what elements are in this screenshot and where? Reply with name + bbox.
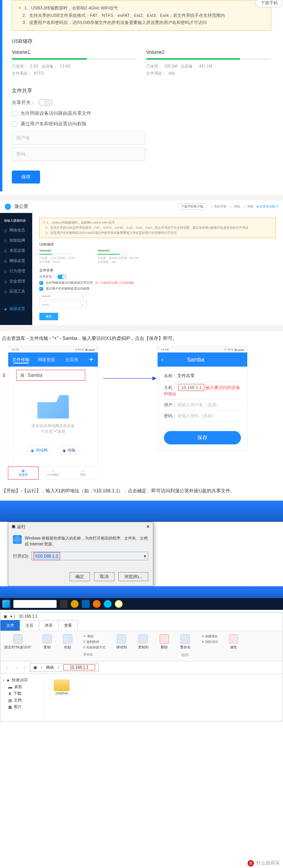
auth-label: 通过用户名和密码设置访问权限 (20, 121, 86, 127)
chrome-icon[interactable] (115, 600, 123, 608)
start-icon[interactable] (2, 600, 10, 608)
samba-header: ‹ Samba (158, 352, 247, 367)
run-icon (13, 535, 22, 544)
moveto-btn[interactable]: 移动到 (116, 634, 127, 658)
copy-path-btn[interactable]: ⎘ 复制路径 (83, 640, 105, 644)
sidebar-item[interactable]: ◇ 来宾设置 (0, 246, 32, 256)
pin-btn[interactable]: 固定到"快速访问" (4, 634, 31, 658)
usb-title-small: USB储存 (39, 242, 276, 247)
close-icon[interactable]: ✕ (146, 524, 150, 529)
samba-title: Samba (187, 356, 204, 363)
sidebar-item[interactable]: ◇ 网络设置 (0, 256, 32, 266)
download-client-btn[interactable]: 下载手机客户端 (178, 203, 207, 210)
sidebar-item[interactable]: ◇ 应用工具 (0, 286, 32, 297)
ok-button[interactable]: 确定 (70, 572, 90, 581)
properties-btn[interactable]: 属性 (229, 634, 238, 658)
download-client-btn[interactable]: 下载手机 (255, 0, 283, 7)
up-arrow-icon[interactable]: ↑ (22, 665, 28, 670)
breadcrumb[interactable]: 网络 (46, 665, 54, 670)
sidebar-item[interactable]: ◇ 智能组网 (0, 235, 32, 246)
transfer-chip[interactable]: ◉ 传输 (59, 446, 79, 455)
side-desktop[interactable]: ▬ 桌面 (3, 684, 41, 690)
account-link[interactable]: ■ 至管理员账户 (257, 204, 278, 209)
share-folder[interactable]: oraybox (49, 679, 74, 695)
sidebar-item[interactable]: ◇ 行为管理 (0, 266, 32, 276)
share-toggle-on[interactable] (57, 275, 66, 279)
nav-vpn[interactable]: ◇VPN网络 (38, 467, 68, 479)
samba-label: Samba (28, 373, 42, 378)
help-link[interactable]: △ 帮助 (243, 204, 254, 209)
tab-file[interactable]: 文件 (0, 620, 20, 631)
tab-home[interactable]: 主页 (20, 620, 39, 631)
address-input[interactable]: ▣ › 网络 › 10.168.1.1 (30, 663, 99, 672)
back-arrow-icon[interactable]: ← (4, 665, 11, 670)
browser-icon[interactable] (104, 600, 112, 608)
nav-resources[interactable]: ▦资源库 (8, 466, 39, 480)
copyto-btn[interactable]: 复制到 (138, 634, 149, 658)
side-docs[interactable]: ▤ 文档 (3, 697, 41, 703)
paste-btn[interactable]: 粘贴 (63, 634, 72, 658)
empty-folder-icon (37, 395, 69, 418)
allow-peer-checkbox[interactable] (12, 111, 17, 116)
explorer-icon[interactable] (71, 600, 79, 608)
user-input[interactable]: 请输入用户名（选填） (177, 402, 221, 407)
run-value: \\10.168.1.1 (33, 552, 60, 560)
delete-btn[interactable]: 删除 (160, 634, 169, 658)
cut-btn[interactable]: ✂ 剪切 (83, 634, 105, 639)
status-bar: 14:484.4K/s ◕ ▬▬ (8, 346, 98, 352)
host-input[interactable]: 10.168.1.1 (178, 384, 204, 391)
sidebar-item[interactable]: ◇ 网络状态 (0, 225, 32, 235)
save-button[interactable]: 保存 (12, 171, 40, 184)
paste-shortcut-btn[interactable]: ⎘ 粘贴快捷方式 (83, 645, 105, 650)
add-button[interactable]: + (85, 355, 98, 364)
samba-option[interactable]: 2 ⊞ Samba (16, 370, 85, 381)
tab-share[interactable]: 共享 (39, 620, 59, 631)
search-box[interactable] (13, 600, 57, 608)
ribbon: 固定到"快速访问" 复制 粘贴 ✂ 剪切 ⎘ 复制路径 ⎘ 粘贴快捷方式 剪贴板… (0, 631, 283, 661)
nav-me[interactable]: ☺我的 (68, 467, 98, 479)
sys-upgrade-link[interactable]: △ 系统升级 (210, 204, 226, 209)
copy-btn[interactable]: 复制 (42, 634, 52, 658)
brand-name: 蒲公英 (14, 203, 28, 210)
lan-chip[interactable]: ◉ 局域网 (27, 446, 51, 455)
side-pics[interactable]: ▦ 图片 (3, 704, 41, 710)
username-input[interactable]: admin× (39, 292, 86, 299)
fwd-arrow-icon[interactable]: → (13, 665, 20, 670)
admin-screenshot: 蒲公英 下载手机客户端 △ 系统升级 △ 消息 △ 帮助 ■ 至管理员账户 请输… (0, 195, 283, 331)
run-input[interactable]: \\10.168.1.1 ▾ (31, 552, 148, 560)
phone-screenshot-right: 14:484.7K/s ◕ ▬▬ ‹ Samba 名称：文件共享 主机： 10.… (157, 346, 248, 450)
search-box[interactable]: 请输入搜索内容 (0, 216, 32, 225)
new-item-btn[interactable]: ✦ 新建项目 (202, 634, 218, 639)
tab-cloud[interactable]: 云应用 (59, 357, 85, 363)
pwd-input[interactable]: 请输入密码（选填） (177, 413, 216, 418)
username-input[interactable]: 用户名 (12, 131, 145, 145)
sidebar-item[interactable]: ◈ 高级设置 (0, 304, 32, 314)
ip-breadcrumb[interactable]: 10.168.1.1 (63, 664, 95, 670)
taskview-icon[interactable] (60, 600, 68, 608)
tab-view[interactable]: 查看 (58, 620, 78, 631)
edge-icon[interactable] (82, 600, 90, 608)
password-input[interactable]: 密码 (12, 147, 145, 161)
name-value[interactable]: 文件共享 (177, 373, 195, 378)
cancel-button[interactable]: 取消 (94, 572, 114, 581)
tab-file-transfer[interactable]: 文件传输 (8, 357, 34, 363)
firefox-icon[interactable] (93, 600, 101, 608)
auth-checkbox[interactable] (39, 287, 43, 291)
password-input[interactable]: ••••••× (39, 301, 86, 308)
easy-access-btn[interactable]: ✦ 轻松访问 (202, 640, 218, 644)
browse-button[interactable]: 浏览(B)... (118, 572, 148, 581)
save-button[interactable]: 保存 (164, 431, 241, 444)
side-downloads[interactable]: ⬇ 下载 (3, 691, 41, 696)
back-icon[interactable]: ‹ (162, 356, 164, 363)
rename-btn[interactable]: 重命名组织 (180, 634, 191, 658)
quick-access[interactable]: ▾★ 快速访问 (3, 677, 41, 683)
share-toggle[interactable] (39, 99, 53, 106)
instruction-text: 【开始】-【运行】，输入X1的IP地址（如：\\10.168.1.1），点击确定… (2, 488, 281, 494)
save-button[interactable]: 保存 (39, 313, 58, 320)
allow-peer-label: 允许同级设备访问路由器共享文件 (20, 110, 91, 117)
tab-net-res[interactable]: 网络资源 (34, 357, 59, 363)
sidebar-item[interactable]: ◇ 安全管理 (0, 276, 32, 286)
messages-link[interactable]: △ 消息 (230, 204, 240, 209)
allow-peer-checkbox[interactable] (39, 281, 43, 285)
auth-checkbox[interactable] (12, 121, 17, 127)
